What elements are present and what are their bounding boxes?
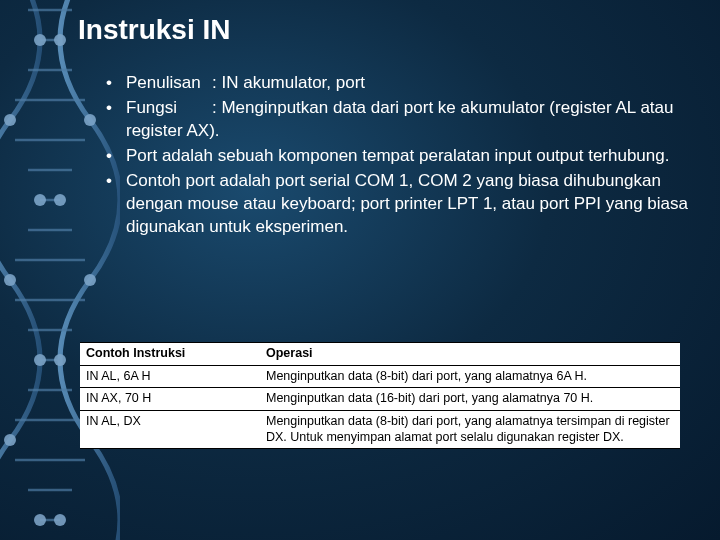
svg-point-33 [34, 514, 46, 526]
bullet-list: Penulisan: IN akumulator, port Fungsi: M… [78, 72, 698, 239]
svg-point-21 [34, 34, 46, 46]
bullet-item: Penulisan: IN akumulator, port [112, 72, 698, 95]
table-cell: IN AX, 70 H [80, 388, 260, 411]
table-header: Operasi [260, 343, 680, 366]
svg-point-23 [4, 114, 16, 126]
table-header: Contoh Instruksi [80, 343, 260, 366]
table-cell: Menginputkan data (16-bit) dari port, ya… [260, 388, 680, 411]
table-row: IN AX, 70 H Menginputkan data (16-bit) d… [80, 388, 680, 411]
bullet-item: Port adalah sebuah komponen tempat peral… [112, 145, 698, 168]
svg-point-30 [54, 354, 66, 366]
svg-point-29 [34, 354, 46, 366]
bullet-item: Contoh port adalah port serial COM 1, CO… [112, 170, 698, 239]
svg-point-34 [54, 514, 66, 526]
svg-point-26 [54, 194, 66, 206]
svg-point-22 [54, 34, 66, 46]
slide-content: Instruksi IN Penulisan: IN akumulator, p… [78, 14, 698, 241]
table-cell: IN AL, 6A H [80, 365, 260, 388]
svg-point-28 [84, 274, 96, 286]
table-cell: Menginputkan data (8-bit) dari port, yan… [260, 365, 680, 388]
svg-point-27 [4, 274, 16, 286]
svg-point-25 [34, 194, 46, 206]
table-cell: Menginputkan data (8-bit) dari port, yan… [260, 410, 680, 448]
example-table: Contoh Instruksi Operasi IN AL, 6A H Men… [80, 342, 680, 449]
svg-point-31 [4, 434, 16, 446]
slide-title: Instruksi IN [78, 14, 698, 46]
table-header-row: Contoh Instruksi Operasi [80, 343, 680, 366]
table-row: IN AL, 6A H Menginputkan data (8-bit) da… [80, 365, 680, 388]
table-cell: IN AL, DX [80, 410, 260, 448]
table-row: IN AL, DX Menginputkan data (8-bit) dari… [80, 410, 680, 448]
bullet-item: Fungsi: Menginputkan data dari port ke a… [112, 97, 698, 143]
